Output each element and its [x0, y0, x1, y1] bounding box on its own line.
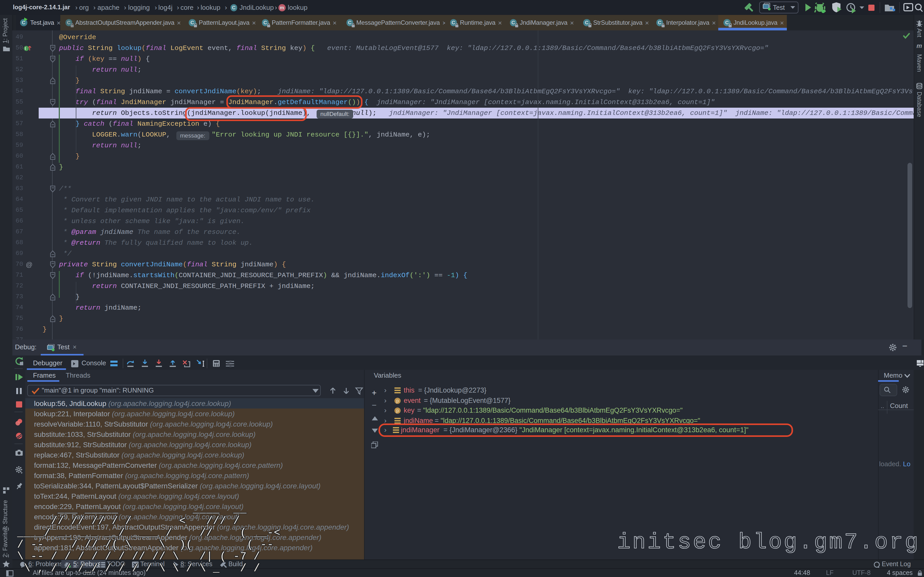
svg-text:Test: Test	[773, 4, 785, 11]
svg-text:I: I	[25, 46, 26, 50]
